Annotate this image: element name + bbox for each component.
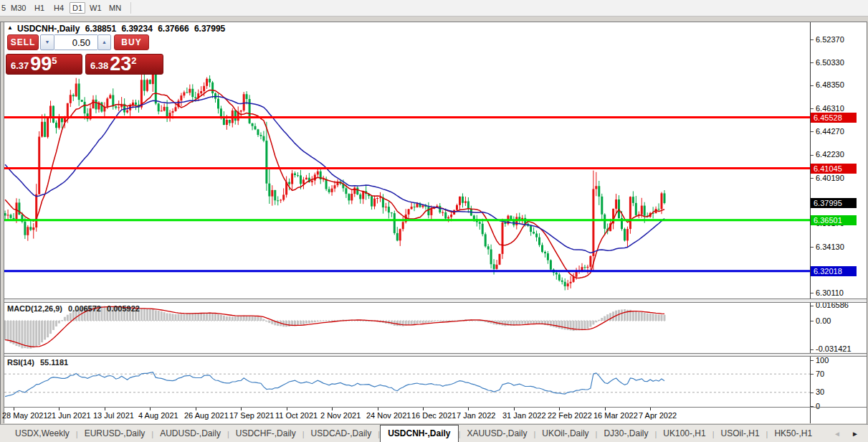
chart-title: USDCNH-,Daily 6.38851 6.39234 6.37666 6.… xyxy=(17,24,228,34)
timeframe-button-w1[interactable]: W1 xyxy=(90,4,102,12)
timeframe-button-mn[interactable]: MN xyxy=(109,4,121,12)
date-label: 16 Mar 2022 xyxy=(593,411,638,420)
chart-tab-dj30-daily[interactable]: DJ30-,Daily xyxy=(597,425,654,441)
chart-tab-audusd-daily[interactable]: AUDUSD-,Daily xyxy=(153,425,227,441)
date-tick xyxy=(105,408,105,410)
date-tick xyxy=(150,408,151,410)
ohlc-close: 6.37995 xyxy=(194,24,225,34)
one-click-trading-panel: SELL ▼ ▲ BUY 6.37 99 5 6.38 23 2 xyxy=(6,34,163,75)
tab-scroll-left-icon[interactable]: ◄ xyxy=(834,430,841,438)
collapse-arrow-icon[interactable]: ▲ xyxy=(7,24,13,31)
macd-tick-label: -0.031421 xyxy=(816,344,852,353)
date-tick xyxy=(514,408,515,410)
sell-price-sup: 5 xyxy=(52,55,57,66)
chart-tab-eurusd-daily[interactable]: EURUSD-,Daily xyxy=(78,425,152,441)
date-tick xyxy=(559,408,560,410)
price-level-badge: 6.41045 xyxy=(811,164,857,174)
ohlc-high: 6.39234 xyxy=(121,24,152,34)
chart-tab-usdcad-daily[interactable]: USDCAD-,Daily xyxy=(305,425,378,441)
price-level-badge: 6.45528 xyxy=(811,113,857,123)
date-tick xyxy=(14,408,14,410)
rsi-tick-label: 70 xyxy=(816,370,824,378)
date-label: 28 May 2021 xyxy=(2,411,48,420)
rsi-label: RSI(14) xyxy=(7,358,34,367)
timeframe-toolbar: 5M30H1H4D1W1MN xyxy=(0,0,868,17)
chart-tab-usdcnh-daily[interactable]: USDCNH-,Daily xyxy=(380,425,458,442)
price-tick-label: 6.48350 xyxy=(816,80,844,89)
date-label: 31 Jan 2022 xyxy=(502,411,546,420)
date-label: 17 Sep 2021 xyxy=(229,411,274,420)
date-label: 11 Oct 2021 xyxy=(275,411,318,420)
sell-button[interactable]: SELL xyxy=(7,34,39,50)
chart-tab-bar: USDX,Weekly|EURUSD-,Daily|AUDUSD-,Daily|… xyxy=(0,424,868,442)
splitter-rsi-top-border[interactable] xyxy=(4,356,867,357)
ohlc-low: 6.37666 xyxy=(158,24,189,34)
date-tick xyxy=(378,408,378,410)
chart-tab-usdchf-daily[interactable]: USDCHF-,Daily xyxy=(229,425,302,441)
buy-price-small: 6.38 xyxy=(90,60,108,71)
buy-button[interactable]: BUY xyxy=(114,34,149,50)
chart-tab-ukoil-daily[interactable]: UKOil-,Daily xyxy=(535,425,595,441)
price-tick-label: 6.42230 xyxy=(816,150,844,159)
date-tick xyxy=(468,408,469,410)
chevron-down-icon: ▼ xyxy=(45,39,50,44)
volume-input[interactable] xyxy=(54,34,97,50)
timeframe-button-h4[interactable]: H4 xyxy=(54,4,64,12)
date-label: 24 Nov 2021 xyxy=(366,411,411,420)
chevron-up-icon: ▲ xyxy=(102,39,107,44)
date-label: 7 Apr 2022 xyxy=(639,411,677,420)
rsi-label-row: RSI(14) 55.1181 xyxy=(7,358,72,367)
chart-tab-hk50-h1[interactable]: HK50-,H1 xyxy=(768,425,819,441)
tab-scroll-right-icon[interactable]: ► xyxy=(852,430,859,438)
buy-price-display[interactable]: 6.38 23 2 xyxy=(85,54,163,75)
price-tick-label: 6.46310 xyxy=(816,104,844,113)
macd-label-row: MACD(12,26,9) 0.006572 0.005922 xyxy=(7,304,143,313)
date-label: 13 Jul 2021 xyxy=(93,411,134,420)
date-label: 16 Dec 2021 xyxy=(411,411,456,420)
sell-price-display[interactable]: 6.37 99 5 xyxy=(6,54,82,75)
price-tick-label: 6.30110 xyxy=(816,288,844,297)
price-level-badge: 6.37995 xyxy=(811,198,857,208)
date-tick xyxy=(332,408,333,410)
sell-price-big: 99 xyxy=(30,55,52,73)
buy-price-sup: 2 xyxy=(131,55,136,66)
chart-symbol-label: USDCNH-,Daily xyxy=(17,24,80,34)
price-level-badge: 6.32018 xyxy=(811,266,857,276)
date-tick xyxy=(59,408,59,410)
price-tick-label: 6.50330 xyxy=(816,58,844,67)
date-label: 7 Jan 2022 xyxy=(457,411,495,420)
tab-strip: USDX,Weekly|EURUSD-,Daily|AUDUSD-,Daily|… xyxy=(9,425,819,442)
date-label: 22 Feb 2022 xyxy=(548,411,592,420)
splitter-main-macd-bottom[interactable] xyxy=(4,302,867,303)
buy-price-big: 23 xyxy=(110,55,131,73)
date-label: 4 Aug 2021 xyxy=(138,411,178,420)
date-tick xyxy=(605,408,606,410)
macd-tick-label: 0.00 xyxy=(816,316,831,325)
date-tick xyxy=(423,408,424,410)
timeframe-button-m30[interactable]: M30 xyxy=(11,4,26,12)
rsi-plot[interactable] xyxy=(4,357,810,407)
chart-tab-usoil-h1[interactable]: USOil-,H1 xyxy=(715,425,766,441)
date-label: 21 Jun 2021 xyxy=(47,411,91,420)
rsi-tick-label: 30 xyxy=(816,387,824,396)
chart-tab-uk100-h1[interactable]: UK100-,H1 xyxy=(657,425,712,441)
price-tick-label: 6.52370 xyxy=(816,35,844,44)
chart-tab-usdx-weekly[interactable]: USDX,Weekly xyxy=(9,425,76,441)
price-level-badge: 6.36501 xyxy=(811,215,857,225)
chart-tab-xauusd-daily[interactable]: XAUUSD-,Daily xyxy=(460,425,533,441)
timeframe-button-5[interactable]: 5 xyxy=(1,4,6,12)
ohlc-open: 6.38851 xyxy=(85,24,116,34)
volume-decrease-button[interactable]: ▼ xyxy=(40,34,54,50)
price-tick-label: 6.44270 xyxy=(816,127,844,136)
date-tick xyxy=(650,408,651,410)
macd-label: MACD(12,26,9) xyxy=(7,304,62,313)
volume-increase-button[interactable]: ▲ xyxy=(97,34,111,50)
toolbar-separator xyxy=(130,2,131,14)
trading-terminal: 5M30H1H4D1W1MN ▲ USDCNH-,Daily 6.38851 6… xyxy=(0,0,868,442)
timeframe-button-h1[interactable]: H1 xyxy=(34,4,44,12)
price-tick-label: 6.34130 xyxy=(816,243,844,251)
date-tick xyxy=(241,408,242,410)
timeframe-button-d1[interactable]: D1 xyxy=(70,2,85,14)
rsi-tick-label: 0 xyxy=(816,402,820,410)
date-tick xyxy=(287,408,287,410)
